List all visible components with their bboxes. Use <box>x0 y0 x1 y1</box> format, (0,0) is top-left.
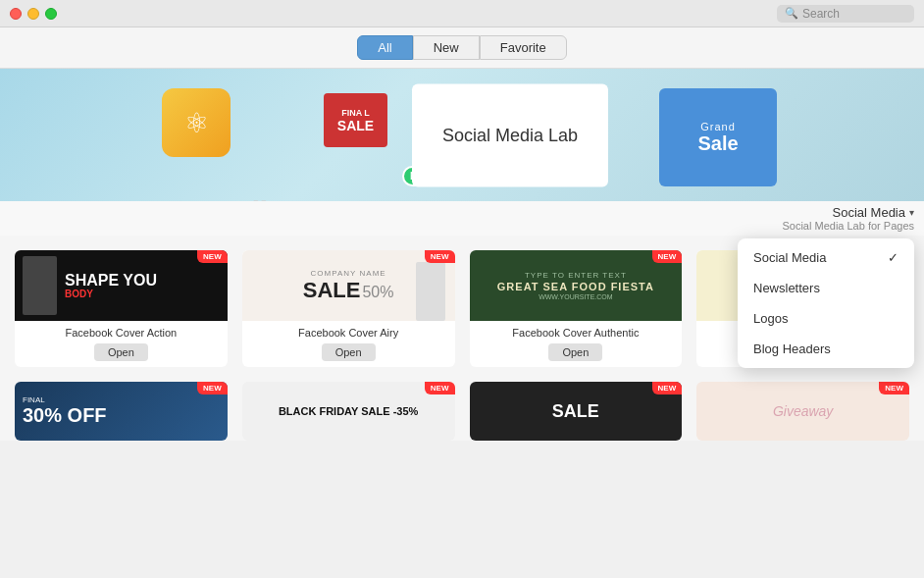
dropdown-item-logos[interactable]: Logos <box>738 303 914 334</box>
giveaway-text: Giveaway <box>773 403 833 419</box>
template-card-authentic[interactable]: TYPE TO ENTER TEXT GreAt SEA Food Fiesta… <box>470 250 683 367</box>
action-text: SHAPE YOU BODY <box>65 273 157 299</box>
new-badge: NEW <box>197 382 228 394</box>
category-dropdown: Social Media ✓ Newsletters Logos Blog He… <box>738 238 914 368</box>
thumb-final[interactable]: FINAL 30% OFF NEW <box>15 382 228 441</box>
template-card-airy[interactable]: COMPANY NAME SALE 50% NEW Facebook Cover… <box>242 250 455 367</box>
new-badge: NEW <box>879 382 909 394</box>
category-main-label: Social Media <box>833 205 905 220</box>
thumb-flowers-sale[interactable]: SALE NEW <box>470 382 683 441</box>
new-badge: NEW <box>425 250 455 263</box>
minimize-button[interactable] <box>27 8 39 20</box>
chevron-down-icon: ▾ <box>909 207 914 218</box>
search-icon: 🔍 <box>785 7 798 20</box>
hero-grand-sale: Grand Sale <box>659 88 777 186</box>
preview-airy: COMPANY NAME SALE 50% NEW <box>242 250 455 321</box>
template-info: Facebook Cover Action Open <box>15 321 228 367</box>
checkmark-icon: ✓ <box>888 250 898 265</box>
tabs-bar: All New Favorite <box>0 27 924 69</box>
atom-icon: ⚛ <box>162 88 231 157</box>
dropdown-item-newsletters[interactable]: Newsletters <box>738 273 914 303</box>
template-name: Facebook Cover Action <box>23 327 220 339</box>
final-sale-card: FINA L SALE <box>324 93 387 147</box>
search-placeholder: Search <box>802 7 840 21</box>
template-info: Facebook Cover Authentic Open <box>470 321 683 367</box>
maximize-button[interactable] <box>45 8 57 20</box>
search-bar[interactable]: 🔍 Search <box>777 5 914 23</box>
template-card-action[interactable]: SHAPE YOU BODY NEW Facebook Cover Action… <box>15 250 228 367</box>
tab-all[interactable]: All <box>357 35 412 60</box>
category-bar: Social Media ▾ Social Media Lab for Page… <box>0 201 924 236</box>
thumb-giveaway[interactable]: Giveaway NEW <box>696 382 909 441</box>
preview-authentic: TYPE TO ENTER TEXT GreAt SEA Food Fiesta… <box>470 250 683 321</box>
new-badge: NEW <box>652 250 683 263</box>
preview-action: SHAPE YOU BODY NEW <box>15 250 228 321</box>
hero-social-text: Social Media Lab <box>442 125 578 145</box>
flowers-sale-text: SALE <box>552 401 599 422</box>
hero-social-card: Social Media Lab <box>412 83 608 186</box>
open-button[interactable]: Open <box>322 343 376 361</box>
template-name: Facebook Cover Authentic <box>478 327 675 339</box>
template-grid-row2: FINAL 30% OFF NEW BLACK FRIDAY SALE -35%… <box>15 382 909 441</box>
new-badge: NEW <box>425 382 455 394</box>
titlebar: 🔍 Search <box>0 0 924 27</box>
open-button[interactable]: Open <box>548 343 602 361</box>
dropdown-item-blog-headers[interactable]: Blog Headers <box>738 334 914 364</box>
new-badge: NEW <box>652 382 683 394</box>
airy-model <box>416 262 445 321</box>
black-friday-text: BLACK FRIDAY SALE -35% <box>279 405 418 417</box>
authentic-content: TYPE TO ENTER TEXT GreAt SEA Food Fiesta… <box>497 271 654 300</box>
close-button[interactable] <box>10 8 22 20</box>
final-text: FINAL 30% OFF <box>23 395 107 427</box>
dropdown-item-social-media[interactable]: Social Media ✓ <box>738 242 914 273</box>
category-sub-label: Social Media Lab for Pages <box>782 220 914 232</box>
hero-banner: ⚛ ♡ FINA L SALE NEW! Social Media Lab Gr… <box>0 69 924 201</box>
tab-new[interactable]: New <box>413 35 480 60</box>
open-button[interactable]: Open <box>94 343 148 361</box>
action-person-silhouette <box>23 256 57 315</box>
tab-favorite[interactable]: Favorite <box>480 35 567 60</box>
airy-center: COMPANY NAME SALE 50% <box>303 269 394 303</box>
category-selector[interactable]: Social Media ▾ Social Media Lab for Page… <box>782 205 914 232</box>
template-info: Facebook Cover Airy Open <box>242 321 455 367</box>
thumb-black-friday[interactable]: BLACK FRIDAY SALE -35% NEW <box>242 382 455 441</box>
traffic-lights <box>10 8 57 20</box>
template-name: Facebook Cover Airy <box>250 327 447 339</box>
new-badge: NEW <box>197 250 228 263</box>
